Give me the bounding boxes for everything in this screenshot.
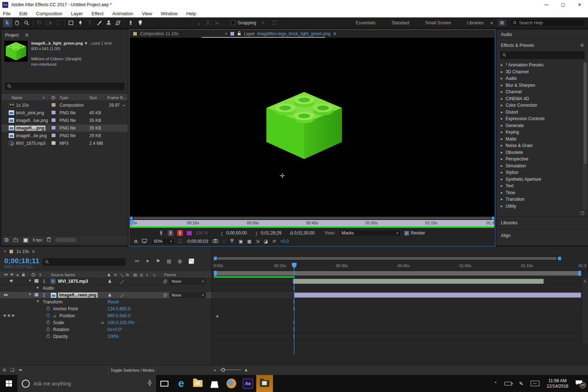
effects-category-item[interactable]: ► Matte xyxy=(500,136,588,143)
local-axis-mode[interactable]: ⟓ xyxy=(194,19,203,27)
zoom-in-icon[interactable]: ▲ xyxy=(244,367,248,372)
project-bit-depth[interactable]: 8 bpc xyxy=(33,238,43,242)
region-of-interest-icon[interactable]: ⛶ xyxy=(179,239,182,244)
effects-category-item[interactable]: ► Transition xyxy=(500,196,588,203)
more-workspaces-chevron[interactable]: » xyxy=(490,20,493,25)
expand-arrow-icon[interactable]: ► xyxy=(500,117,503,121)
zoom-slider-thumb[interactable] xyxy=(221,368,225,372)
anchor-point-row[interactable]: Anchor Point 124.0,650.5 xyxy=(0,306,212,313)
touch-keyboard-icon[interactable]: ▪▪▪ xyxy=(531,381,539,386)
effects-category-item[interactable]: ► Expression Controls xyxy=(500,115,588,122)
minimize-button[interactable]: — xyxy=(538,0,555,9)
expand-arrow-icon[interactable]: ► xyxy=(500,157,503,161)
full-quality-icon[interactable] xyxy=(177,230,183,236)
property-value[interactable]: 100% xyxy=(107,334,119,339)
tray-expand-icon[interactable]: ⌃ xyxy=(494,381,497,386)
layer-label-swatch[interactable] xyxy=(230,32,234,36)
menu-item[interactable]: Window xyxy=(161,11,177,16)
effects-category-item[interactable]: ► Channel xyxy=(500,89,588,95)
maximize-button[interactable]: ▢ xyxy=(555,0,571,9)
column-name[interactable]: Name xyxy=(12,95,22,100)
in-point-time[interactable]: 0;00;00;00 xyxy=(226,230,247,236)
close-button[interactable]: ✕ xyxy=(571,0,588,9)
expand-arrow-icon[interactable]: ► xyxy=(500,197,503,201)
layer-marker-icon[interactable]: ✎ xyxy=(584,279,587,283)
taskbar-firefox[interactable] xyxy=(223,375,240,392)
shy-switch[interactable]: ♟ xyxy=(108,279,112,284)
source-name-column[interactable]: Source Name xyxy=(51,273,75,277)
layer-source-name[interactable]: imagefi...reen.png xyxy=(58,293,98,298)
puppet-pin-tool[interactable] xyxy=(135,19,145,27)
battery-icon[interactable] xyxy=(505,382,512,385)
expand-arrow-icon[interactable]: ► xyxy=(500,97,503,101)
timeline-comp-tab[interactable]: 1s 10s xyxy=(16,249,29,254)
menu-item[interactable]: File xyxy=(3,11,11,16)
project-search-input[interactable] xyxy=(13,84,122,89)
timeline-ruler[interactable]: 0:00s00:15s00:30s00:45s01:00s01:15s01:3 xyxy=(212,261,588,271)
viewer-panel-menu-icon[interactable]: ≡ xyxy=(334,31,336,36)
project-row-file-selected[interactable]: imagefi....png PNG file 35 KB xyxy=(1,124,128,132)
transform-group-row[interactable]: ▼ Transform Reset xyxy=(0,299,212,306)
expand-arrow-icon[interactable]: ► xyxy=(500,124,503,127)
column-type[interactable]: Type xyxy=(60,95,68,100)
fast-previews-icon[interactable]: ◪ xyxy=(264,239,268,244)
video-enabled-icon[interactable] xyxy=(3,293,8,298)
magnification-dropdown[interactable]: 50% ▾ xyxy=(151,238,175,245)
effects-category-item[interactable]: ► 3D Channel xyxy=(500,69,588,75)
property-name[interactable]: Anchor Point xyxy=(53,306,78,311)
effects-presets-panel-tab[interactable]: Effects & Presets xyxy=(501,43,534,48)
text-tool[interactable]: T xyxy=(85,19,94,27)
expand-arrow-icon[interactable]: ► xyxy=(500,83,503,87)
draft-3d-icon[interactable]: ✦ xyxy=(146,258,150,264)
eraser-tool[interactable] xyxy=(113,19,123,27)
effects-scrollbar[interactable] xyxy=(583,62,587,210)
effects-category-item[interactable]: ► CINEMA 4D xyxy=(500,95,588,102)
tab-layer[interactable]: Layer imagefiles-lego_brick_light_green.… xyxy=(244,31,330,36)
motion-blur-icon[interactable]: ◍ xyxy=(178,258,182,264)
preview-quality-ic on[interactable] xyxy=(168,230,173,236)
close-tab-icon[interactable]: × xyxy=(4,249,6,254)
start-button[interactable] xyxy=(0,375,17,392)
layer-row-1[interactable]: ▼ 1 MVI_1875.mp3 ♟ ／ @ None ▾ xyxy=(0,278,212,285)
hand-tool[interactable] xyxy=(12,19,22,27)
taskbar-clock[interactable]: 11:56 AM 12/14/2016 xyxy=(547,378,568,389)
exposure-value[interactable]: +0.0 xyxy=(280,239,289,244)
primary-viewer-icon[interactable] xyxy=(142,239,147,244)
audio-enabled-icon[interactable] xyxy=(9,279,13,284)
effects-category-item[interactable]: ► Obsolete xyxy=(500,149,588,156)
comp-label-swatch[interactable] xyxy=(133,32,137,36)
new-composition-icon[interactable]: ▣ xyxy=(23,236,28,243)
quality-switch[interactable]: ／ xyxy=(120,293,124,299)
delete-icon[interactable] xyxy=(47,237,51,243)
audio-group-row[interactable]: ► Audio xyxy=(0,285,212,292)
tab-composition[interactable]: Composition 1s 10s xyxy=(140,31,178,36)
expand-layer-icon[interactable]: ▼ xyxy=(28,293,32,296)
menu-item[interactable]: Layer xyxy=(71,11,83,16)
keyframe-navigator[interactable]: ◀◆▶ xyxy=(3,313,17,317)
expand-layer-switches-icon[interactable]: ⧉ xyxy=(3,367,6,372)
taskbar-store[interactable] xyxy=(206,375,223,392)
layer-source-name[interactable]: MVI_1875.mp3 xyxy=(58,279,88,284)
menu-item[interactable]: Edit xyxy=(19,11,27,16)
property-value[interactable]: 0x+0.0° xyxy=(107,327,122,332)
expand-in-out-columns-icon[interactable]: ⇹ xyxy=(19,367,22,372)
pen-tool[interactable] xyxy=(75,19,85,27)
draft-preview-icon[interactable] xyxy=(158,230,164,236)
effects-search-input[interactable] xyxy=(508,53,582,57)
snapping-checkbox[interactable] xyxy=(231,20,236,25)
expand-arrow-icon[interactable]: ► xyxy=(500,177,503,181)
snap-features-icon[interactable]: ⛚ xyxy=(270,19,279,27)
show-channel-icon[interactable] xyxy=(229,238,234,244)
stopwatch-icon[interactable] xyxy=(46,306,50,312)
panel-resize-grip-icon[interactable]: ◳ xyxy=(580,210,584,215)
expand-transfer-controls-icon[interactable]: ❏ xyxy=(11,367,15,372)
timeline-search-input[interactable] xyxy=(50,260,123,264)
effects-category-item[interactable]: ► Utility xyxy=(500,203,588,210)
shape-tool[interactable] xyxy=(66,19,75,27)
hide-shy-layers-icon[interactable]: ⚑ xyxy=(156,258,160,264)
parent-dropdown[interactable]: None ▾ xyxy=(170,278,206,284)
constrain-proportions-icon[interactable]: ∞ xyxy=(101,320,104,325)
graph-editor-icon[interactable]: 📉 xyxy=(188,258,194,264)
expand-layer-icon[interactable]: ▼ xyxy=(28,279,32,282)
rotation-row[interactable]: Rotation 0x+0.0° xyxy=(0,326,212,333)
